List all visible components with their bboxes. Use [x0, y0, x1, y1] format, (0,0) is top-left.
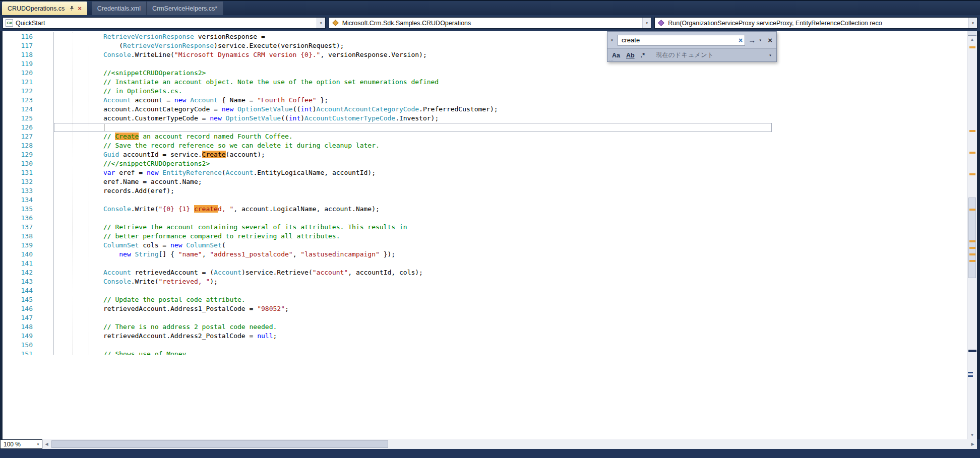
code-text[interactable]	[54, 214, 977, 223]
scrollbar-mark-match[interactable]	[969, 260, 975, 262]
scrollbar-mark-match[interactable]	[969, 152, 975, 154]
code-line[interactable]: 118 Console.WriteLine("Microsoft Dynamic…	[3, 50, 977, 59]
chevron-down-icon[interactable]: ▼	[968, 18, 977, 28]
code-line[interactable]: 151 // Shows use of Money.	[3, 350, 977, 355]
scrollbar-mark-match[interactable]	[969, 173, 975, 175]
line-number[interactable]: 132	[3, 177, 35, 186]
line-number[interactable]: 139	[3, 241, 35, 250]
code-text[interactable]: // Create an account record named Fourth…	[54, 132, 977, 141]
code-text[interactable]: account.CustomerTypeCode = new OptionSet…	[54, 114, 977, 123]
member-dropdown[interactable]: Run(OrganizationServiceProxy serviceProx…	[654, 17, 977, 29]
glyph-margin[interactable]	[35, 69, 54, 78]
scroll-right-arrow[interactable]: ▶	[968, 439, 977, 449]
glyph-margin[interactable]	[35, 59, 54, 69]
line-number[interactable]: 151	[3, 350, 35, 355]
line-number[interactable]: 136	[3, 214, 35, 223]
code-text[interactable]: retrievedAccount.Address1_PostalCode = "…	[54, 304, 977, 313]
scroll-down-arrow[interactable]: ▼	[967, 431, 977, 439]
glyph-margin[interactable]	[35, 313, 54, 322]
line-number[interactable]: 121	[3, 78, 35, 87]
line-number[interactable]: 141	[3, 259, 35, 268]
line-number[interactable]: 134	[3, 195, 35, 205]
code-text[interactable]: // Retrieve the account containing sever…	[54, 223, 977, 232]
glyph-margin[interactable]	[35, 159, 54, 168]
code-text[interactable]: account.AccountCategoryCode = new Option…	[54, 105, 977, 114]
code-line[interactable]: 145 // Update the postal code attribute.	[3, 295, 977, 304]
glyph-margin[interactable]	[35, 105, 54, 114]
horizontal-scrollbar-thumb[interactable]	[51, 440, 388, 448]
scrollbar-mark-dark[interactable]	[968, 350, 976, 352]
code-line[interactable]: 139 ColumnSet cols = new ColumnSet(	[3, 241, 977, 250]
line-number[interactable]: 148	[3, 322, 35, 332]
code-line[interactable]: 143 Console.Write("retrieved, ");	[3, 277, 977, 286]
code-text[interactable]: Console.Write("{0} {1} created, ", accou…	[54, 205, 977, 214]
code-line[interactable]: 125 account.CustomerTypeCode = new Optio…	[3, 114, 977, 123]
scrollbar-mark-match[interactable]	[969, 240, 975, 242]
regex-toggle[interactable]: .*	[641, 52, 645, 59]
code-line[interactable]: 131 var eref = new EntityReference(Accou…	[3, 168, 977, 177]
code-line[interactable]: 146 retrievedAccount.Address1_PostalCode…	[3, 304, 977, 313]
code-line[interactable]: 148 // There is no address 2 postal code…	[3, 322, 977, 332]
line-number[interactable]: 129	[3, 150, 35, 159]
glyph-margin[interactable]	[35, 50, 54, 59]
glyph-margin[interactable]	[35, 41, 54, 50]
code-text[interactable]: var eref = new EntityReference(Account.E…	[54, 168, 977, 177]
glyph-margin[interactable]	[35, 250, 54, 259]
glyph-margin[interactable]	[35, 177, 54, 186]
scrollbar-mark-match[interactable]	[969, 253, 975, 255]
code-line[interactable]: 129 Guid accountId = service.Create(acco…	[3, 150, 977, 159]
line-number[interactable]: 118	[3, 50, 35, 59]
code-line[interactable]: 144	[3, 286, 977, 295]
search-scope-dropdown[interactable]: 現在のドキュメント ▼	[656, 51, 772, 59]
code-line[interactable]: 126	[3, 123, 977, 132]
line-number[interactable]: 144	[3, 286, 35, 295]
code-line[interactable]: 124 account.AccountCategoryCode = new Op…	[3, 105, 977, 114]
glyph-margin[interactable]	[35, 322, 54, 332]
glyph-margin[interactable]	[35, 168, 54, 177]
glyph-margin[interactable]	[35, 132, 54, 141]
glyph-margin[interactable]	[35, 141, 54, 150]
code-area[interactable]: 116 RetrieveVersionResponse versionRespo…	[3, 31, 977, 357]
scrollbar-mark-caret[interactable]	[968, 372, 973, 373]
line-number[interactable]: 122	[3, 87, 35, 96]
line-number[interactable]: 116	[3, 32, 35, 41]
clear-search-icon[interactable]: ×	[739, 37, 743, 44]
glyph-margin[interactable]	[35, 32, 54, 41]
line-number[interactable]: 127	[3, 132, 35, 141]
line-number[interactable]: 119	[3, 59, 35, 69]
glyph-margin[interactable]	[35, 186, 54, 195]
line-number[interactable]: 149	[3, 332, 35, 341]
scrollbar-mark-match[interactable]	[969, 209, 975, 211]
glyph-margin[interactable]	[35, 259, 54, 268]
glyph-margin[interactable]	[35, 341, 54, 350]
code-text[interactable]: Console.Write("retrieved, ");	[54, 277, 977, 286]
code-text[interactable]	[54, 59, 977, 69]
code-text[interactable]: // Save the record reference so we can d…	[54, 141, 977, 150]
code-text[interactable]: Account account = new Account { Name = "…	[54, 96, 977, 105]
scrollbar-mark-match[interactable]	[969, 130, 975, 132]
glyph-margin[interactable]	[35, 350, 54, 355]
code-line[interactable]: 134	[3, 195, 977, 205]
line-number[interactable]: 145	[3, 295, 35, 304]
line-number[interactable]: 125	[3, 114, 35, 123]
line-number[interactable]: 120	[3, 69, 35, 78]
code-text[interactable]	[54, 313, 977, 322]
line-number[interactable]: 124	[3, 105, 35, 114]
chevron-down-icon[interactable]: ▼	[317, 18, 325, 28]
line-number[interactable]: 147	[3, 313, 35, 322]
code-line[interactable]: 121 // Instantiate an account object. No…	[3, 78, 977, 87]
zoom-dropdown[interactable]: 100 % ▼	[0, 439, 42, 449]
chevron-down-icon[interactable]: ▼	[34, 443, 42, 446]
code-text[interactable]: // There is no address 2 postal code nee…	[54, 322, 977, 332]
line-number[interactable]: 150	[3, 341, 35, 350]
glyph-margin[interactable]	[35, 268, 54, 277]
line-number[interactable]: 131	[3, 168, 35, 177]
line-number[interactable]: 133	[3, 186, 35, 195]
code-text[interactable]	[54, 123, 772, 132]
line-number[interactable]: 140	[3, 250, 35, 259]
code-line[interactable]: 116 RetrieveVersionResponse versionRespo…	[3, 32, 977, 41]
glyph-margin[interactable]	[35, 223, 54, 232]
line-number[interactable]: 123	[3, 96, 35, 105]
code-text[interactable]	[54, 286, 977, 295]
code-line[interactable]: 132 eref.Name = account.Name;	[3, 177, 977, 186]
